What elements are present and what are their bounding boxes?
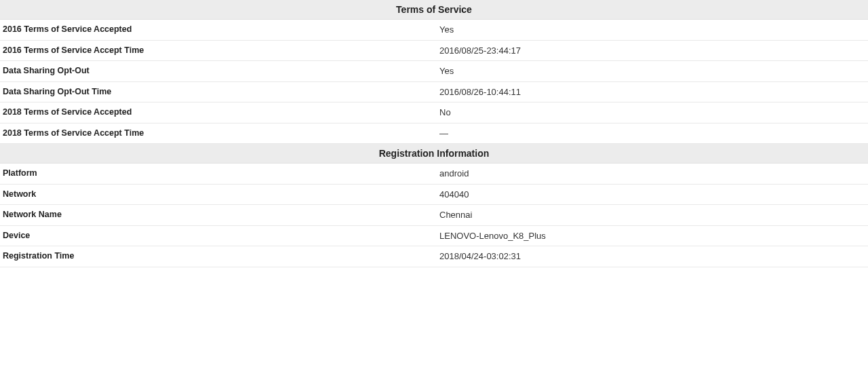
row-value: android	[434, 164, 868, 185]
section-header-row: Terms of Service	[0, 0, 868, 20]
row-value: —	[434, 123, 868, 144]
row-label: Network	[0, 184, 434, 205]
row-label: Platform	[0, 164, 434, 185]
section-header-row: Registration Information	[0, 144, 868, 164]
table-row: Data Sharing Opt-Out Time 2016/08/26-10:…	[0, 81, 868, 102]
row-value: 2016/08/25-23:44:17	[434, 40, 868, 61]
row-label: 2018 Terms of Service Accepted	[0, 102, 434, 124]
row-value: 2016/08/26-10:44:11	[434, 81, 868, 102]
row-label: Data Sharing Opt-Out Time	[0, 81, 434, 102]
table-row: Data Sharing Opt-Out Yes	[0, 61, 868, 82]
table-row: Network 404040	[0, 184, 868, 205]
tos-section-header: Terms of Service	[0, 0, 868, 20]
table-row: 2016 Terms of Service Accept Time 2016/0…	[0, 40, 868, 61]
table-row: 2018 Terms of Service Accept Time —	[0, 123, 868, 144]
row-label: 2016 Terms of Service Accepted	[0, 20, 434, 41]
row-label: Device	[0, 225, 434, 246]
row-label: 2018 Terms of Service Accept Time	[0, 123, 434, 144]
table-row: Registration Time 2018/04/24-03:02:31	[0, 246, 868, 267]
row-value: 404040	[434, 184, 868, 205]
row-label: Network Name	[0, 205, 434, 226]
row-value: Yes	[434, 20, 868, 41]
reg-section-header: Registration Information	[0, 144, 868, 164]
row-label: Data Sharing Opt-Out	[0, 61, 434, 82]
table-row: Platform android	[0, 164, 868, 185]
table-row: 2018 Terms of Service Accepted No	[0, 102, 868, 124]
row-label: Registration Time	[0, 246, 434, 267]
table-row: Network Name Chennai	[0, 205, 868, 226]
table-row: Device LENOVO-Lenovo_K8_Plus	[0, 225, 868, 246]
row-label: 2016 Terms of Service Accept Time	[0, 40, 434, 61]
row-value: No	[434, 102, 868, 124]
row-value: Yes	[434, 61, 868, 82]
info-table: Terms of Service 2016 Terms of Service A…	[0, 0, 868, 267]
row-value: LENOVO-Lenovo_K8_Plus	[434, 225, 868, 246]
row-value: Chennai	[434, 205, 868, 226]
row-value: 2018/04/24-03:02:31	[434, 246, 868, 267]
table-row: 2016 Terms of Service Accepted Yes	[0, 20, 868, 41]
